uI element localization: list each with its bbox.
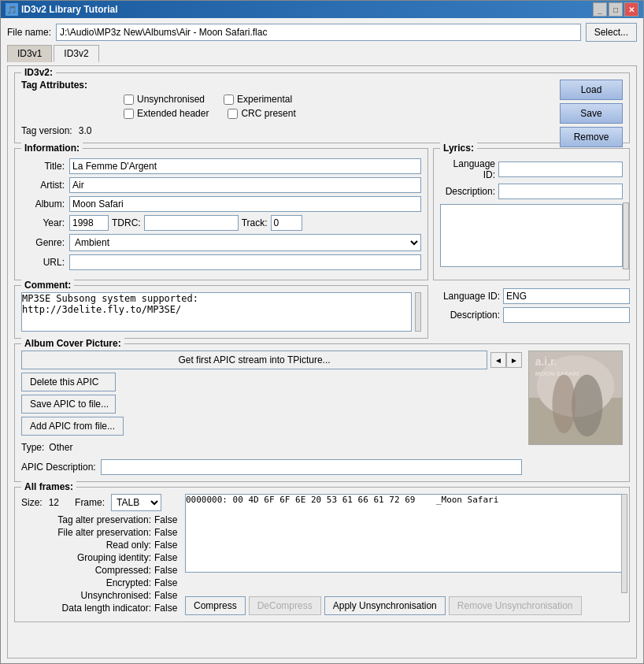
apic-top-row: Get first APIC stream into TPicture... ◄… (21, 351, 522, 369)
information-group: Information: Title: Artist: Album: (14, 148, 428, 280)
save-apic-button[interactable]: Save APIC to file... (21, 395, 116, 414)
nav-prev-button[interactable]: ◄ (490, 352, 506, 368)
file-alter-row: File alter preservation: False (21, 527, 179, 538)
compressed-label: Compressed: (21, 565, 151, 576)
title-bar: 🎵 ID3v2 Library Tutorial _ □ ✕ (1, 1, 643, 18)
get-apic-button[interactable]: Get first APIC stream into TPicture... (21, 351, 487, 369)
tdrc-input[interactable] (144, 215, 239, 231)
apply-unsync-button[interactable]: Apply Unsynchronisation (324, 596, 446, 615)
comment-label: Comment: (21, 280, 74, 291)
unsynchronised-frame-label: Unsynchronised: (21, 590, 151, 601)
file-alter-label: File alter preservation: (21, 527, 151, 538)
comment-scrollbar[interactable] (415, 292, 421, 332)
compress-button[interactable]: Compress (185, 596, 246, 615)
frame-data-textarea[interactable]: 0000000: 00 4D 6F 6F 6E 20 53 61 66 61 7… (185, 494, 623, 573)
comment-textarea[interactable]: MP3SE Subsong system supported: http://3… (21, 292, 412, 332)
compressed-row: Compressed: False (21, 565, 179, 576)
save-button[interactable]: Save (560, 103, 623, 124)
language-id-label: Language ID: (440, 158, 495, 180)
extended-header-label: Extended header (137, 108, 209, 119)
tab-id3v1[interactable]: ID3v1 (7, 45, 52, 62)
maximize-button[interactable]: □ (609, 2, 623, 17)
album-cover-inner: Get first APIC stream into TPicture... ◄… (21, 351, 623, 475)
unsynchronised-frame-value: False (154, 590, 177, 601)
remove-unsync-button: Remove Unsynchronisation (449, 596, 582, 615)
lyrics-scrollbar[interactable] (623, 202, 629, 269)
frames-left: Size: 12 Frame: TALB TIT2 TPE1 TYER TCON… (21, 494, 179, 615)
frame-label: Frame: (75, 497, 105, 508)
compressed-value: False (154, 565, 177, 576)
minimize-button[interactable]: _ (593, 2, 607, 17)
extended-header-checkbox[interactable] (124, 109, 134, 119)
nav-next-button[interactable]: ► (506, 352, 522, 368)
frame-scrollbar[interactable] (621, 494, 627, 593)
add-apic-button[interactable]: Add APIC from file... (21, 417, 124, 436)
tab-content-id3v2: ID3v2: Tag Attributes: Unsynchronised Ex… (7, 65, 637, 658)
cover-art: a.i.r. MOON SAFARI (529, 351, 622, 444)
tag-alter-row: Tag alter preservation: False (21, 514, 179, 525)
size-label: Size: (21, 497, 43, 508)
experimental-checkbox[interactable] (224, 95, 234, 105)
file-name-label: File name: (7, 27, 51, 38)
id3v2-group-label: ID3v2: (21, 67, 56, 78)
lyrics-description-input[interactable] (498, 184, 623, 199)
close-button[interactable]: ✕ (624, 2, 638, 17)
file-alter-value: False (154, 527, 177, 538)
album-input[interactable] (69, 196, 421, 212)
comment-group: Comment: MP3SE Subsong system supported:… (14, 285, 428, 339)
decompress-button: DeCompress (249, 596, 321, 615)
language-id-input[interactable] (498, 161, 623, 177)
size-value: 12 (49, 497, 59, 508)
delete-apic-button[interactable]: Delete this APIC (21, 373, 116, 391)
remove-button[interactable]: Remove (560, 127, 623, 147)
file-name-input[interactable] (56, 24, 581, 41)
url-row: URL: (21, 254, 421, 270)
artist-row: Artist: (21, 177, 421, 193)
window-title: ID3v2 Library Tutorial (21, 4, 117, 15)
crc-present-check[interactable]: CRC present (228, 108, 295, 119)
main-content: File name: Select... ID3v1 ID3v2 ID3v2: … (1, 18, 643, 663)
load-button[interactable]: Load (560, 80, 623, 100)
title-field-label: Title: (21, 161, 65, 172)
lyrics-textarea[interactable] (440, 204, 623, 267)
comment-description-input[interactable] (503, 307, 630, 323)
svg-text:a.i.r.: a.i.r. (535, 356, 557, 368)
crc-present-label: CRC present (241, 108, 295, 119)
info-lyrics-area: Information: Title: Artist: Album: (14, 148, 630, 280)
frames-info-row: Size: 12 Frame: TALB TIT2 TPE1 TYER TCON… (21, 494, 179, 511)
encrypted-row: Encrypted: False (21, 577, 179, 588)
cover-art-svg: a.i.r. MOON SAFARI (529, 351, 622, 445)
year-input[interactable] (69, 215, 109, 231)
tab-id3v2[interactable]: ID3v2 (54, 45, 98, 62)
tag-attributes-label: Tag Attributes: (21, 80, 558, 91)
title-input[interactable] (69, 158, 421, 174)
crc-present-checkbox[interactable] (228, 109, 238, 119)
track-input[interactable] (271, 215, 302, 231)
experimental-check[interactable]: Experimental (224, 94, 292, 105)
information-label: Information: (21, 143, 83, 154)
genre-select[interactable]: Ambient Pop Rock Electronic Jazz (69, 234, 421, 251)
unsynchronised-label: Unsynchronised (137, 94, 205, 105)
comment-right: Language ID: Description: (433, 285, 630, 339)
experimental-label: Experimental (237, 94, 292, 105)
genre-field-label: Genre: (21, 237, 65, 248)
select-button[interactable]: Select... (586, 23, 637, 42)
apic-desc-input[interactable] (101, 459, 522, 475)
unsynchronised-check[interactable]: Unsynchronised (124, 94, 205, 105)
svg-point-6 (553, 375, 576, 434)
type-row: Type: Other (21, 442, 522, 453)
extended-header-check[interactable]: Extended header (124, 108, 209, 119)
comment-language-label: Language ID: (433, 291, 500, 302)
frame-select[interactable]: TALB TIT2 TPE1 TYER TCON COMM APIC (111, 494, 161, 511)
unsynchronised-checkbox[interactable] (124, 95, 134, 105)
comment-language-input[interactable] (503, 288, 630, 304)
svg-point-5 (572, 375, 602, 437)
url-input[interactable] (69, 254, 421, 270)
grouping-value: False (154, 552, 177, 563)
all-frames-label: All frames: (21, 481, 76, 492)
apic-desc-label: APIC Description: (21, 462, 96, 473)
track-label: Track: (242, 217, 268, 228)
tag-alter-label: Tag alter preservation: (21, 514, 151, 525)
artist-input[interactable] (69, 177, 421, 193)
tag-version-value: 3.0 (79, 125, 92, 136)
